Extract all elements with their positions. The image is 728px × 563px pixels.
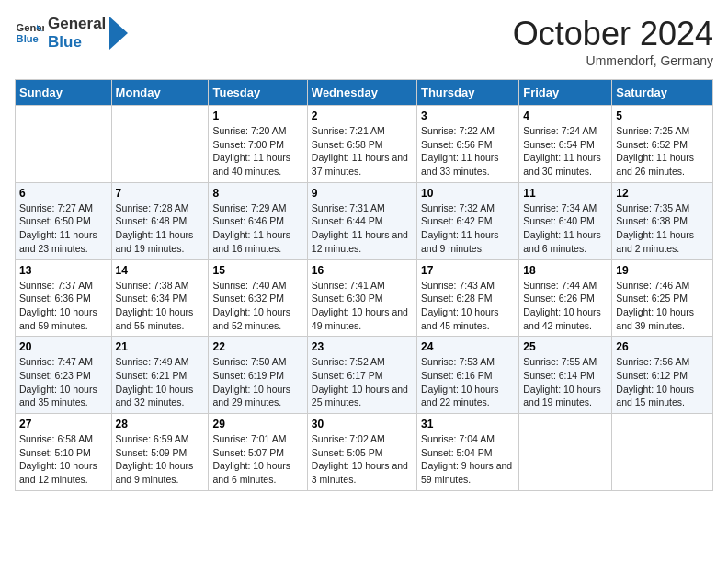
calendar-cell: 10Sunrise: 7:32 AM Sunset: 6:42 PM Dayli… xyxy=(416,182,518,259)
calendar-header: SundayMondayTuesdayWednesdayThursdayFrid… xyxy=(16,80,713,106)
calendar-cell: 25Sunrise: 7:55 AM Sunset: 6:14 PM Dayli… xyxy=(519,337,612,414)
calendar-week-row: 13Sunrise: 7:37 AM Sunset: 6:36 PM Dayli… xyxy=(16,259,713,337)
calendar-cell: 24Sunrise: 7:53 AM Sunset: 6:16 PM Dayli… xyxy=(416,337,518,414)
day-number: 3 xyxy=(421,109,515,122)
calendar-cell: 1Sunrise: 7:20 AM Sunset: 7:00 PM Daylig… xyxy=(209,106,307,183)
calendar-cell: 15Sunrise: 7:40 AM Sunset: 6:32 PM Dayli… xyxy=(209,259,307,337)
calendar-cell xyxy=(612,414,713,491)
day-number: 7 xyxy=(116,187,205,200)
day-info: Sunrise: 7:38 AM Sunset: 6:34 PM Dayligh… xyxy=(116,279,205,333)
logo-icon: General Blue xyxy=(15,18,44,48)
svg-marker-3 xyxy=(109,17,128,50)
day-info: Sunrise: 7:41 AM Sunset: 6:30 PM Dayligh… xyxy=(312,279,413,333)
calendar-week-row: 20Sunrise: 7:47 AM Sunset: 6:23 PM Dayli… xyxy=(16,337,713,414)
calendar-cell: 18Sunrise: 7:44 AM Sunset: 6:26 PM Dayli… xyxy=(519,259,612,337)
calendar-cell: 30Sunrise: 7:02 AM Sunset: 5:05 PM Dayli… xyxy=(307,414,416,491)
day-number: 8 xyxy=(212,187,302,200)
day-number: 21 xyxy=(116,340,205,353)
day-number: 12 xyxy=(616,187,709,200)
weekday-row: SundayMondayTuesdayWednesdayThursdayFrid… xyxy=(16,80,713,106)
calendar-cell: 9Sunrise: 7:31 AM Sunset: 6:44 PM Daylig… xyxy=(307,182,416,259)
calendar-cell: 21Sunrise: 7:49 AM Sunset: 6:21 PM Dayli… xyxy=(111,337,209,414)
day-info: Sunrise: 7:25 AM Sunset: 6:52 PM Dayligh… xyxy=(616,124,709,178)
calendar-cell: 23Sunrise: 7:52 AM Sunset: 6:17 PM Dayli… xyxy=(307,337,416,414)
calendar-cell: 13Sunrise: 7:37 AM Sunset: 6:36 PM Dayli… xyxy=(16,259,112,337)
day-number: 2 xyxy=(312,109,413,122)
day-number: 5 xyxy=(616,109,709,122)
day-info: Sunrise: 7:43 AM Sunset: 6:28 PM Dayligh… xyxy=(421,279,515,333)
day-number: 26 xyxy=(616,340,709,353)
day-number: 29 xyxy=(212,418,302,431)
day-number: 15 xyxy=(212,264,302,277)
calendar-body: 1Sunrise: 7:20 AM Sunset: 7:00 PM Daylig… xyxy=(16,106,713,491)
svg-text:Blue: Blue xyxy=(17,33,39,44)
calendar-cell: 2Sunrise: 7:21 AM Sunset: 6:58 PM Daylig… xyxy=(307,106,416,183)
day-info: Sunrise: 7:32 AM Sunset: 6:42 PM Dayligh… xyxy=(421,201,515,256)
day-number: 16 xyxy=(312,264,413,277)
day-info: Sunrise: 7:04 AM Sunset: 5:04 PM Dayligh… xyxy=(421,432,515,487)
weekday-header: Friday xyxy=(519,80,612,106)
svg-text:General: General xyxy=(17,23,44,34)
logo-arrow xyxy=(109,17,128,50)
month-title: October 2024 xyxy=(513,15,713,53)
logo-text-general: General xyxy=(48,15,106,33)
logo-text-blue: Blue xyxy=(48,33,106,52)
calendar-week-row: 1Sunrise: 7:20 AM Sunset: 7:00 PM Daylig… xyxy=(16,106,713,183)
day-info: Sunrise: 7:52 AM Sunset: 6:17 PM Dayligh… xyxy=(312,355,413,409)
weekday-header: Tuesday xyxy=(209,80,307,106)
calendar-cell: 28Sunrise: 6:59 AM Sunset: 5:09 PM Dayli… xyxy=(111,414,209,491)
day-info: Sunrise: 7:20 AM Sunset: 7:00 PM Dayligh… xyxy=(212,124,302,178)
calendar-week-row: 27Sunrise: 6:58 AM Sunset: 5:10 PM Dayli… xyxy=(16,414,713,491)
day-number: 24 xyxy=(421,340,515,353)
calendar-cell: 6Sunrise: 7:27 AM Sunset: 6:50 PM Daylig… xyxy=(16,182,112,259)
day-info: Sunrise: 7:40 AM Sunset: 6:32 PM Dayligh… xyxy=(212,279,302,333)
calendar-cell: 22Sunrise: 7:50 AM Sunset: 6:19 PM Dayli… xyxy=(209,337,307,414)
calendar-cell: 11Sunrise: 7:34 AM Sunset: 6:40 PM Dayli… xyxy=(519,182,612,259)
day-info: Sunrise: 7:47 AM Sunset: 6:23 PM Dayligh… xyxy=(19,355,108,409)
calendar-cell: 4Sunrise: 7:24 AM Sunset: 6:54 PM Daylig… xyxy=(519,106,612,183)
day-info: Sunrise: 7:53 AM Sunset: 6:16 PM Dayligh… xyxy=(421,355,515,409)
day-number: 31 xyxy=(421,418,515,431)
day-number: 25 xyxy=(523,340,608,353)
day-number: 11 xyxy=(523,187,608,200)
calendar-cell: 31Sunrise: 7:04 AM Sunset: 5:04 PM Dayli… xyxy=(416,414,518,491)
calendar-week-row: 6Sunrise: 7:27 AM Sunset: 6:50 PM Daylig… xyxy=(16,182,713,259)
calendar-cell: 14Sunrise: 7:38 AM Sunset: 6:34 PM Dayli… xyxy=(111,259,209,337)
calendar-cell: 29Sunrise: 7:01 AM Sunset: 5:07 PM Dayli… xyxy=(209,414,307,491)
day-info: Sunrise: 7:37 AM Sunset: 6:36 PM Dayligh… xyxy=(19,279,108,333)
calendar-cell xyxy=(16,106,112,183)
day-info: Sunrise: 7:27 AM Sunset: 6:50 PM Dayligh… xyxy=(19,201,108,256)
weekday-header: Wednesday xyxy=(307,80,416,106)
day-number: 9 xyxy=(312,187,413,200)
day-number: 6 xyxy=(19,187,108,200)
day-info: Sunrise: 7:28 AM Sunset: 6:48 PM Dayligh… xyxy=(116,201,205,256)
calendar-cell: 5Sunrise: 7:25 AM Sunset: 6:52 PM Daylig… xyxy=(612,106,713,183)
calendar-cell: 8Sunrise: 7:29 AM Sunset: 6:46 PM Daylig… xyxy=(209,182,307,259)
day-number: 14 xyxy=(116,264,205,277)
logo: General Blue General Blue xyxy=(15,15,128,52)
day-info: Sunrise: 7:46 AM Sunset: 6:25 PM Dayligh… xyxy=(616,279,709,333)
calendar-cell xyxy=(111,106,209,183)
day-number: 1 xyxy=(212,109,302,122)
title-block: October 2024 Ummendorf, Germany xyxy=(513,15,713,68)
day-info: Sunrise: 7:22 AM Sunset: 6:56 PM Dayligh… xyxy=(421,124,515,178)
calendar-cell: 19Sunrise: 7:46 AM Sunset: 6:25 PM Dayli… xyxy=(612,259,713,337)
day-info: Sunrise: 7:34 AM Sunset: 6:40 PM Dayligh… xyxy=(523,201,608,256)
day-number: 28 xyxy=(116,418,205,431)
calendar-table: SundayMondayTuesdayWednesdayThursdayFrid… xyxy=(15,79,713,491)
location: Ummendorf, Germany xyxy=(513,53,713,68)
day-number: 20 xyxy=(19,340,108,353)
weekday-header: Saturday xyxy=(612,80,713,106)
day-info: Sunrise: 7:02 AM Sunset: 5:05 PM Dayligh… xyxy=(312,432,413,487)
calendar-cell: 7Sunrise: 7:28 AM Sunset: 6:48 PM Daylig… xyxy=(111,182,209,259)
calendar-cell xyxy=(519,414,612,491)
weekday-header: Sunday xyxy=(16,80,112,106)
day-info: Sunrise: 7:44 AM Sunset: 6:26 PM Dayligh… xyxy=(523,279,608,333)
calendar-cell: 3Sunrise: 7:22 AM Sunset: 6:56 PM Daylig… xyxy=(416,106,518,183)
day-number: 10 xyxy=(421,187,515,200)
day-number: 27 xyxy=(19,418,108,431)
day-number: 19 xyxy=(616,264,709,277)
day-info: Sunrise: 6:59 AM Sunset: 5:09 PM Dayligh… xyxy=(116,432,205,487)
day-number: 23 xyxy=(312,340,413,353)
day-info: Sunrise: 7:01 AM Sunset: 5:07 PM Dayligh… xyxy=(212,432,302,487)
